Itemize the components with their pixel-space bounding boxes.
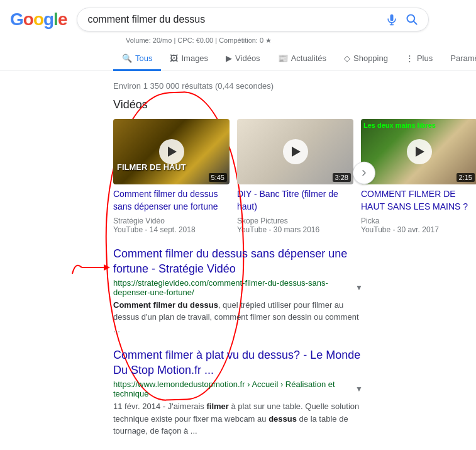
google-logo: G o o g l e bbox=[10, 9, 67, 30]
video-source-name-2: YouTube bbox=[237, 225, 267, 234]
search-result-2: Comment filmer à plat vu du dessus? - Le… bbox=[113, 348, 363, 437]
logo-g: G bbox=[10, 9, 23, 30]
tab-parametres-label: Paramètres bbox=[450, 53, 476, 63]
logo-l: l bbox=[53, 9, 58, 30]
snippet-bold-1: Comment filmer du dessus bbox=[113, 300, 218, 310]
play-triangle-1 bbox=[168, 147, 177, 157]
video-channel-1: Stratégie Vidéo bbox=[113, 217, 230, 225]
videos-grid: FILMER DE HAUT 5:45 Comment filmer du de… bbox=[113, 119, 363, 234]
video-channel-2: Skope Pictures bbox=[237, 217, 353, 225]
search-meta: Volume: 20/mo | CPC: €0.00 | Compétition… bbox=[126, 35, 476, 47]
video-card-2[interactable]: 3:28 DIY - Banc Titre (filmer de haut) S… bbox=[237, 119, 353, 234]
microphone-icon[interactable] bbox=[385, 13, 398, 26]
logo-o1: o bbox=[23, 9, 33, 30]
video-source-sep-2: - bbox=[269, 225, 274, 234]
tab-plus-label: Plus bbox=[417, 53, 433, 63]
snippet-bold-2b: dessus bbox=[268, 414, 297, 424]
result-url-dropdown-2[interactable]: ▼ bbox=[355, 385, 363, 393]
video-overlay-1: FILMER DE HAUT bbox=[117, 163, 186, 172]
logo-e: e bbox=[58, 9, 67, 30]
video-date-2: 30 mars 2016 bbox=[274, 225, 319, 234]
search-icon-small: 🔍 bbox=[122, 53, 132, 63]
tab-parametres[interactable]: Paramètres bbox=[441, 47, 476, 71]
header: G o o g l e bbox=[0, 0, 476, 35]
tab-actualites[interactable]: 📰 Actualités bbox=[269, 47, 335, 71]
videos-icon: ▶ bbox=[226, 53, 232, 63]
video-source-3: YouTube - 30 avr. 2017 bbox=[361, 225, 476, 234]
svg-rect-0 bbox=[390, 14, 394, 21]
result-title-2[interactable]: Comment filmer à plat vu du dessus? - Le… bbox=[113, 348, 363, 378]
images-icon: 🖼 bbox=[170, 53, 178, 63]
duration-1: 5:45 bbox=[209, 173, 227, 182]
video-thumbnail-3[interactable]: Les deux mains libres 2:15 bbox=[361, 119, 476, 184]
annotation-arrow bbox=[69, 258, 113, 277]
tab-tous[interactable]: 🔍 Tous bbox=[113, 47, 161, 71]
video-source-name-3: YouTube bbox=[361, 225, 390, 234]
results-count: Environ 1 350 000 résultats (0,44 second… bbox=[113, 76, 363, 98]
tab-videos[interactable]: ▶ Vidéos bbox=[217, 47, 269, 71]
result-url-2: https://www.lemondedustopmotion.fr › Acc… bbox=[113, 380, 363, 398]
video-date-3: 30 avr. 2017 bbox=[397, 225, 439, 234]
play-button-3[interactable] bbox=[407, 139, 432, 164]
video-source-name-1: YouTube bbox=[113, 225, 143, 234]
plus-icon: ⋮ bbox=[406, 53, 414, 63]
tab-tous-label: Tous bbox=[135, 53, 152, 63]
videos-next-button[interactable] bbox=[353, 162, 375, 184]
result-snippet-2: 11 févr. 2014 - J'aimerais filmer à plat… bbox=[113, 400, 363, 437]
video-source-1: YouTube - 14 sept. 2018 bbox=[113, 225, 230, 234]
snippet-bold-2a: filmer bbox=[206, 402, 228, 411]
search-submit-icon[interactable] bbox=[406, 13, 418, 26]
result-url-text-1[interactable]: https://strategievideo.com/comment-filme… bbox=[113, 278, 353, 297]
videos-section-title: Vidéos bbox=[113, 98, 363, 111]
tab-images-label: Images bbox=[181, 53, 208, 63]
tab-actualites-label: Actualités bbox=[291, 53, 326, 63]
video-channel-3: Picka bbox=[361, 217, 476, 225]
video-date-1: 14 sept. 2018 bbox=[150, 225, 196, 234]
tab-images[interactable]: 🖼 Images bbox=[161, 47, 217, 71]
search-result-1: Comment filmer du dessus sans dépenser u… bbox=[113, 247, 363, 335]
search-icons bbox=[385, 13, 418, 26]
video-source-sep-3: - bbox=[393, 225, 397, 234]
video-green-text-3: Les deux mains libres bbox=[363, 121, 436, 129]
result-title-1[interactable]: Comment filmer du dessus sans dépenser u… bbox=[113, 247, 363, 276]
play-button-1[interactable] bbox=[159, 139, 184, 164]
video-source-2: YouTube - 30 mars 2016 bbox=[237, 225, 353, 234]
video-card-3[interactable]: Les deux mains libres 2:15 COMMENT FILME… bbox=[361, 119, 476, 234]
video-title-3[interactable]: COMMENT FILMER DE HAUT SANS LES MAINS ? bbox=[361, 188, 476, 213]
tab-videos-label: Vidéos bbox=[235, 53, 260, 63]
logo-o2: o bbox=[33, 9, 43, 30]
video-source-sep-1: - bbox=[145, 225, 150, 234]
actualites-icon: 📰 bbox=[278, 53, 288, 63]
result-url-dropdown-1[interactable]: ▼ bbox=[355, 283, 363, 292]
logo-g2: g bbox=[43, 9, 53, 30]
video-thumbnail-1[interactable]: FILMER DE HAUT 5:45 bbox=[113, 119, 230, 184]
search-bar bbox=[77, 8, 429, 31]
play-triangle-2 bbox=[292, 147, 301, 157]
result-url-1: https://strategievideo.com/comment-filme… bbox=[113, 278, 363, 297]
search-input[interactable] bbox=[87, 14, 380, 25]
video-title-2[interactable]: DIY - Banc Titre (filmer de haut) bbox=[237, 188, 353, 213]
shopping-icon: ◇ bbox=[344, 53, 350, 63]
svg-line-4 bbox=[414, 21, 417, 25]
tab-plus[interactable]: ⋮ Plus bbox=[397, 47, 441, 71]
duration-2: 3:28 bbox=[333, 173, 351, 182]
tab-shopping[interactable]: ◇ Shopping bbox=[335, 47, 397, 71]
video-thumbnail-2[interactable]: 3:28 bbox=[237, 119, 353, 184]
video-title-1[interactable]: Comment filmer du dessus sans dépenser u… bbox=[113, 188, 230, 213]
result-snippet-1: Comment filmer du dessus, quel trépied u… bbox=[113, 299, 363, 336]
svg-marker-5 bbox=[104, 264, 110, 271]
result-url-text-2[interactable]: https://www.lemondedustopmotion.fr › Acc… bbox=[113, 380, 353, 398]
play-triangle-3 bbox=[416, 147, 424, 157]
search-bar-container bbox=[77, 8, 429, 31]
tab-shopping-label: Shopping bbox=[353, 53, 388, 63]
videos-section: Vidéos FILMER DE HAUT 5:45 Comment filme… bbox=[113, 98, 363, 234]
main-content: Environ 1 350 000 résultats (0,44 second… bbox=[0, 71, 476, 450]
play-button-2[interactable] bbox=[283, 139, 308, 164]
nav-tabs: 🔍 Tous 🖼 Images ▶ Vidéos 📰 Actualités ◇ … bbox=[0, 47, 476, 71]
duration-3: 2:15 bbox=[457, 173, 475, 182]
video-card-1[interactable]: FILMER DE HAUT 5:45 Comment filmer du de… bbox=[113, 119, 230, 234]
